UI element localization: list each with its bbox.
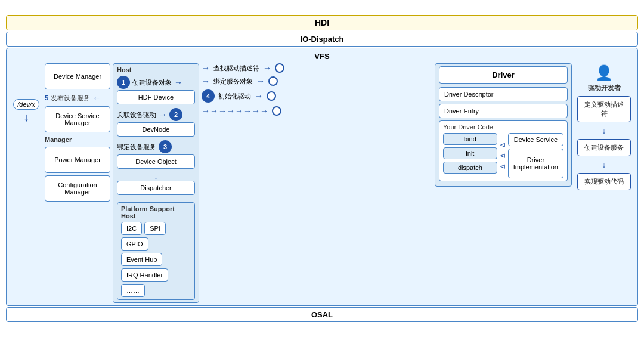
arrow-down-1: ↓ [117, 172, 195, 180]
driver-impl-label: Driver Implementation [513, 156, 558, 171]
device-manager-box: Device Manager [45, 63, 110, 89]
power-manager-box: Power Manager [45, 147, 110, 173]
devx-arrow-down: ↓ [23, 111, 29, 123]
manager-column: Device Manager 5 发布设备服务 ← Device Service… [45, 63, 110, 202]
platform-title: Platform Support Host [121, 205, 191, 219]
driver-implementation-box: Driver Implementation [508, 149, 564, 178]
fn-bind: bind [443, 133, 497, 145]
dev-step-2: 创建设备服务 [577, 139, 631, 156]
associate-driver-label: 关联设备驱动 [117, 110, 156, 119]
driver-code-title: Your Driver Code [443, 123, 564, 131]
step-3-circle: 3 [159, 140, 172, 153]
driver-code-left: bind init dispatch [443, 133, 497, 178]
device-object-box: Device Object [117, 154, 195, 169]
step-2-circle: 2 [169, 108, 182, 121]
devx-badge: /dev/x [13, 99, 39, 110]
fn-init: init [443, 147, 497, 159]
vfs-title: VFS [10, 52, 634, 61]
step-1-label: 创建设备对象 [132, 78, 172, 87]
hdi-label: HDI [315, 18, 329, 27]
dispatcher-box: Dispatcher [117, 181, 195, 195]
developer-avatar: 👤 [595, 66, 613, 80]
circle-node-1 [275, 63, 284, 73]
osal-layer: OSAL [6, 307, 638, 322]
circle-node-3 [267, 91, 276, 101]
circle-node-2 [268, 76, 278, 86]
driver-descriptor: Driver Descriptor [439, 87, 568, 101]
dev-arrow-1: ↓ [602, 126, 606, 135]
device-service-manager-box: Device Service Manager [45, 106, 110, 132]
platform-gpio: GPIO [121, 237, 148, 251]
host-column: Host 1 创建设备对象 → HDF Device 关联设备驱动 → [113, 63, 199, 303]
device-service-box: Device Service [508, 133, 564, 146]
driver-code-box: Your Driver Code bind init dispatch [439, 120, 568, 181]
center-area: → 查找驱动描述符 → → 绑定服务对象 → 4 [202, 63, 432, 116]
hdf-device-box: HDF Device [117, 90, 195, 104]
dev-arrow-2: ↓ [602, 160, 606, 169]
dev-step-3: 实现驱动代码 [577, 173, 631, 190]
platform-irq: IRQ Handler [121, 268, 168, 282]
driver-column: Driver Driver Descriptor Driver Entry Yo… [435, 63, 572, 187]
fn-dispatch: dispatch [443, 162, 497, 174]
developer-label: 驱动开发者 [588, 84, 621, 92]
init-driver-label: 初始化驱动 [218, 92, 251, 101]
vfs-layer: VFS /dev/x ↓ Device Manager 5 发布设备服务 ← [6, 48, 638, 306]
bind-service-label: 绑定服务对象 [213, 77, 253, 86]
driver-entry: Driver Entry [439, 104, 568, 118]
step-1-circle: 1 [117, 76, 130, 89]
configuration-manager-box: Configuration Manager [45, 175, 110, 202]
circle-node-4 [272, 106, 281, 116]
hdi-layer: HDI [6, 15, 638, 30]
dev-step-1: 定义驱动描述符 [577, 96, 631, 122]
platform-more: …… [121, 284, 145, 297]
find-driver-label: 查找驱动描述符 [213, 64, 259, 73]
platform-eventhub: Event Hub [121, 253, 162, 266]
platform-i2c: I2C [121, 222, 142, 235]
io-dispatch-layer: IO-Dispatch [6, 32, 638, 47]
devnode-box: DevNode [117, 122, 195, 137]
driver-title: Driver [439, 66, 568, 84]
platform-spi: SPI [144, 222, 166, 235]
platform-items: I2C SPI GPIO Event Hub IRQ Handler …… [121, 222, 191, 297]
diagram-wrapper: HDI IO-Dispatch VFS /dev/x ↓ Device Mana… [6, 15, 638, 322]
step-4-circle: 4 [202, 89, 215, 103]
bind-device-service-label: 绑定设备服务 [117, 143, 156, 152]
host-label: Host [117, 66, 195, 73]
platform-support: Platform Support Host I2C SPI GPIO Event… [117, 202, 195, 300]
developer-column: 👤 驱动开发者 定义驱动描述符 ↓ 创建设备服务 ↓ 实现驱动代码 [574, 63, 634, 193]
driver-code-inner: bind init dispatch ⊲ ⊲ ⊲ [443, 133, 564, 178]
io-dispatch-label: IO-Dispatch [301, 35, 344, 44]
osal-label: OSAL [311, 310, 333, 319]
